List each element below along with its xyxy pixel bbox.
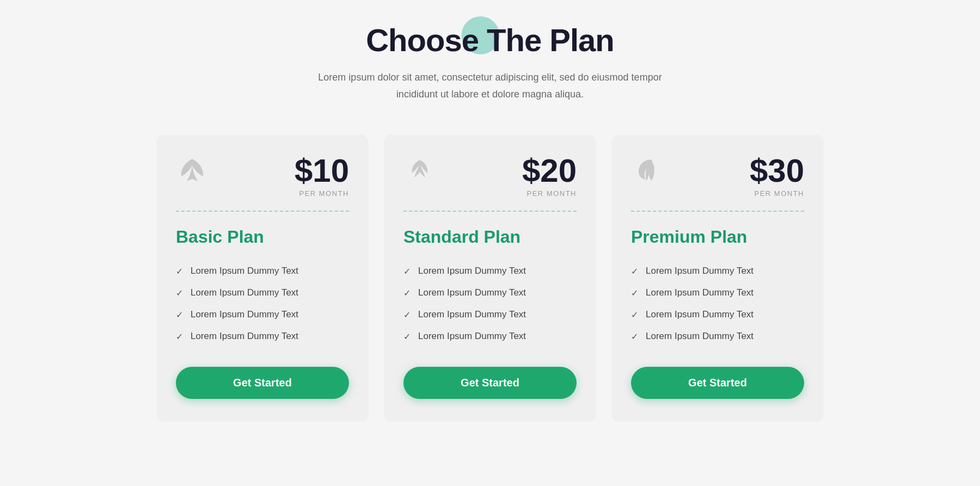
plan-header-basic: $10 PER MONTH <box>176 155 349 198</box>
feature-text: Lorem Ipsum Dummy Text <box>646 287 754 298</box>
list-item: ✓ Lorem Ipsum Dummy Text <box>631 325 804 347</box>
list-item: ✓ Lorem Ipsum Dummy Text <box>403 304 577 325</box>
check-icon: ✓ <box>403 310 411 320</box>
header-section: Choose The Plan Lorem ipsum dolor sit am… <box>316 22 664 102</box>
premium-features-list: ✓ Lorem Ipsum Dummy Text ✓ Lorem Ipsum D… <box>631 260 804 347</box>
basic-leaf-icon <box>176 155 209 192</box>
basic-divider <box>176 211 349 212</box>
list-item: ✓ Lorem Ipsum Dummy Text <box>631 260 804 282</box>
standard-period: PER MONTH <box>522 189 577 198</box>
basic-features-list: ✓ Lorem Ipsum Dummy Text ✓ Lorem Ipsum D… <box>176 260 349 347</box>
list-item: ✓ Lorem Ipsum Dummy Text <box>403 325 577 347</box>
feature-text: Lorem Ipsum Dummy Text <box>191 309 298 320</box>
feature-text: Lorem Ipsum Dummy Text <box>646 331 754 342</box>
basic-pricing: $10 PER MONTH <box>295 155 349 198</box>
check-icon: ✓ <box>176 266 183 276</box>
list-item: ✓ Lorem Ipsum Dummy Text <box>403 282 577 304</box>
standard-get-started-button[interactable]: Get Started <box>403 367 577 399</box>
check-icon: ✓ <box>403 288 411 298</box>
list-item: ✓ Lorem Ipsum Dummy Text <box>176 325 349 347</box>
check-icon: ✓ <box>631 266 638 276</box>
premium-price: $30 <box>750 152 804 189</box>
list-item: ✓ Lorem Ipsum Dummy Text <box>176 282 349 304</box>
list-item: ✓ Lorem Ipsum Dummy Text <box>176 304 349 325</box>
premium-plan-name: Premium Plan <box>631 227 804 247</box>
list-item: ✓ Lorem Ipsum Dummy Text <box>631 304 804 325</box>
premium-divider <box>631 211 804 212</box>
standard-price: $20 <box>522 152 577 189</box>
premium-period: PER MONTH <box>750 189 804 198</box>
basic-get-started-button[interactable]: Get Started <box>176 367 349 399</box>
check-icon: ✓ <box>176 331 183 342</box>
page-subtitle: Lorem ipsum dolor sit amet, consectetur … <box>316 69 664 102</box>
list-item: ✓ Lorem Ipsum Dummy Text <box>631 282 804 304</box>
basic-plan-name: Basic Plan <box>176 227 349 247</box>
feature-text: Lorem Ipsum Dummy Text <box>418 266 526 276</box>
check-icon: ✓ <box>631 310 638 320</box>
standard-plan-name: Standard Plan <box>403 227 577 247</box>
premium-pricing: $30 PER MONTH <box>750 155 804 198</box>
standard-features-list: ✓ Lorem Ipsum Dummy Text ✓ Lorem Ipsum D… <box>403 260 577 347</box>
feature-text: Lorem Ipsum Dummy Text <box>418 287 526 298</box>
check-icon: ✓ <box>631 288 638 298</box>
plan-header-standard: $20 PER MONTH <box>403 155 577 198</box>
check-icon: ✓ <box>176 310 183 320</box>
page-title: Choose The Plan <box>316 22 664 58</box>
plan-card-premium: $30 PER MONTH Premium Plan ✓ Lorem Ipsum… <box>611 135 824 422</box>
standard-pricing: $20 PER MONTH <box>522 155 577 198</box>
check-icon: ✓ <box>631 331 638 342</box>
premium-leaf-icon <box>631 155 664 192</box>
check-icon: ✓ <box>403 331 411 342</box>
standard-leaf-icon <box>403 155 436 192</box>
basic-period: PER MONTH <box>295 189 349 198</box>
feature-text: Lorem Ipsum Dummy Text <box>191 287 298 298</box>
plan-header-premium: $30 PER MONTH <box>631 155 804 198</box>
feature-text: Lorem Ipsum Dummy Text <box>646 309 754 320</box>
feature-text: Lorem Ipsum Dummy Text <box>418 309 526 320</box>
basic-price: $10 <box>295 152 349 189</box>
check-icon: ✓ <box>176 288 183 298</box>
plans-container: $10 PER MONTH Basic Plan ✓ Lorem Ipsum D… <box>142 135 838 422</box>
plan-card-basic: $10 PER MONTH Basic Plan ✓ Lorem Ipsum D… <box>156 135 369 422</box>
standard-divider <box>403 211 577 212</box>
feature-text: Lorem Ipsum Dummy Text <box>418 331 526 342</box>
check-icon: ✓ <box>403 266 411 276</box>
premium-get-started-button[interactable]: Get Started <box>631 367 804 399</box>
feature-text: Lorem Ipsum Dummy Text <box>646 266 754 276</box>
list-item: ✓ Lorem Ipsum Dummy Text <box>176 260 349 282</box>
list-item: ✓ Lorem Ipsum Dummy Text <box>403 260 577 282</box>
feature-text: Lorem Ipsum Dummy Text <box>191 266 298 276</box>
plan-card-standard: $20 PER MONTH Standard Plan ✓ Lorem Ipsu… <box>384 135 596 422</box>
feature-text: Lorem Ipsum Dummy Text <box>191 331 298 342</box>
